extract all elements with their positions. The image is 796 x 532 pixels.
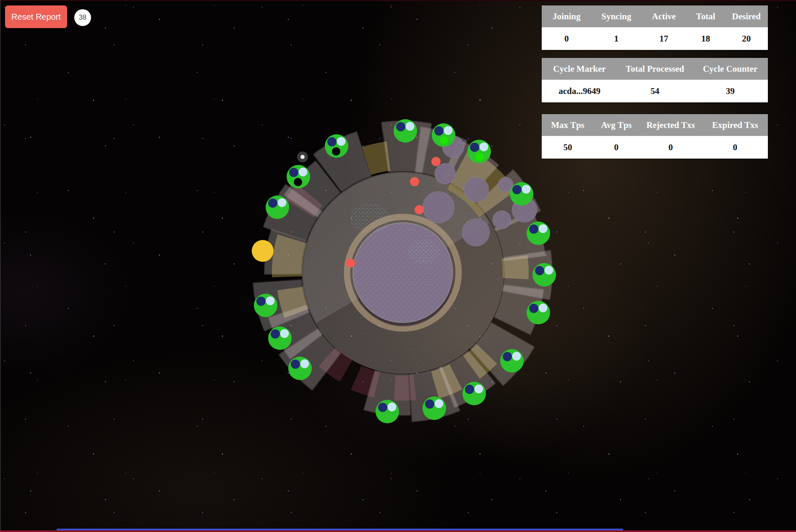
network-node-active[interactable]	[376, 400, 399, 423]
network-node-active[interactable]	[500, 349, 524, 373]
cycle-summary-table: Cycle MarkerTotal ProcessedCycle Counter…	[542, 58, 768, 102]
node-status-dot-lightblue	[435, 399, 444, 408]
node-status-dot-lightblue	[300, 360, 309, 368]
network-node-active[interactable]	[325, 134, 348, 158]
network-node-active[interactable]	[288, 357, 312, 380]
node-status-dot-navy	[470, 143, 479, 152]
node-status-dot-lightblue	[299, 168, 308, 177]
table-value-cell-nodes-summary-3: 18	[686, 34, 725, 44]
table-value-cell-tps-summary-3: 0	[702, 142, 768, 153]
node-status-dot-navy	[271, 329, 280, 339]
node-status-dot-green	[475, 153, 484, 161]
network-node-active[interactable]	[510, 182, 533, 206]
node-status-dot-lightblue	[388, 403, 397, 412]
speckle-texture	[423, 191, 454, 223]
notification-count-badge: 38	[74, 9, 91, 26]
transaction-dot	[431, 157, 441, 166]
node-status-dot-navy	[378, 403, 387, 412]
node-status-dot-green	[440, 136, 448, 145]
node-status-dot-lightblue	[475, 385, 483, 394]
table-header-cell-cycle-summary-2: Cycle Counter	[693, 64, 768, 74]
left-border	[0, 0, 1, 532]
node-status-dot-navy	[268, 198, 277, 208]
table-value-cell-tps-summary-1: 0	[594, 142, 639, 153]
node-status-dot-lightblue	[444, 126, 453, 135]
node-status-dot-lightblue	[522, 185, 531, 194]
node-status-dot-navy	[529, 224, 538, 234]
table-header-cell-cycle-summary-0: Cycle Marker	[542, 64, 617, 74]
node-status-dot-lightblue	[539, 304, 548, 313]
network-node-active[interactable]	[287, 165, 310, 188]
table-header-cell-nodes-summary-2: Active	[641, 11, 686, 22]
network-node-active[interactable]	[266, 196, 289, 219]
node-status-dot-navy	[503, 352, 512, 361]
sparkle-cluster	[408, 240, 440, 263]
nodes-summary-table: JoiningSyncingActiveTotalDesired01171820	[542, 5, 768, 50]
node-status-dot-navy	[425, 399, 434, 409]
network-node-active[interactable]	[532, 263, 556, 287]
table-header-cell-nodes-summary-0: Joining	[542, 11, 592, 22]
speckle-texture	[462, 219, 490, 246]
table-value-cell-nodes-summary-2: 17	[641, 34, 686, 44]
node-status-dot-lightblue	[480, 143, 488, 151]
node-status-dot-navy	[256, 297, 266, 306]
node-status-dot-navy	[434, 126, 444, 136]
transaction-dot	[346, 258, 355, 268]
node-status-dot-navy	[289, 168, 298, 177]
node-status-dot-lightblue	[337, 137, 346, 146]
table-value-cell-cycle-summary-0: acda...9649	[542, 86, 617, 96]
node-status-dot-lightblue	[539, 224, 548, 233]
table-header-cell-tps-summary-0: Max Tps	[542, 120, 594, 130]
bottom-border	[0, 530, 796, 532]
node-status-dot-lightblue	[406, 122, 415, 131]
network-node-active[interactable]	[462, 382, 486, 405]
node-status-dot-navy	[529, 304, 538, 313]
table-header-cell-nodes-summary-3: Total	[686, 11, 725, 22]
table-header-cell-nodes-summary-4: Desired	[725, 11, 768, 22]
node-status-dot-black	[332, 147, 340, 156]
table-header-cell-nodes-summary-1: Syncing	[592, 11, 642, 22]
top-border	[0, 0, 796, 1]
table-header-cell-cycle-summary-1: Total Processed	[617, 64, 692, 74]
node-status-dot-lightblue	[266, 297, 275, 305]
star-glare	[300, 155, 305, 159]
network-node-active[interactable]	[423, 396, 446, 420]
network-node-active[interactable]	[254, 294, 277, 317]
transaction-dot	[410, 177, 419, 186]
table-header-cell-tps-summary-2: Rejected Txs	[639, 120, 702, 130]
sparkle-cluster	[350, 203, 391, 233]
node-status-dot-lightblue	[280, 329, 289, 338]
speckle-texture	[493, 211, 511, 229]
node-status-dot-lightblue	[278, 198, 287, 207]
table-value-cell-tps-summary-2: 0	[639, 142, 702, 153]
network-node-syncing[interactable]	[252, 240, 274, 262]
node-status-dot-navy	[512, 185, 522, 194]
table-header-cell-tps-summary-1: Avg Tps	[594, 120, 639, 130]
table-value-cell-tps-summary-0: 50	[542, 142, 594, 153]
table-value-cell-nodes-summary-4: 20	[725, 34, 768, 44]
network-node-active[interactable]	[467, 140, 491, 163]
transaction-dot	[415, 205, 424, 214]
table-value-cell-cycle-summary-1: 54	[617, 86, 692, 96]
node-status-dot-navy	[535, 266, 544, 275]
node-status-dot-lightblue	[512, 352, 521, 361]
tps-summary-table: Max TpsAvg TpsRejected TxsExpired Txs500…	[542, 114, 768, 159]
network-node-active[interactable]	[432, 123, 455, 147]
network-node-active[interactable]	[394, 119, 417, 143]
node-status-dot-navy	[327, 137, 337, 146]
node-status-dot-lightblue	[545, 266, 553, 275]
speckle-texture	[435, 163, 456, 184]
network-node-active[interactable]	[268, 326, 292, 350]
node-status-dot-navy	[465, 385, 474, 394]
table-value-cell-cycle-summary-2: 39	[693, 86, 768, 96]
speckle-texture	[464, 177, 489, 202]
network-node-active[interactable]	[527, 301, 550, 324]
table-value-cell-nodes-summary-1: 1	[592, 34, 642, 44]
table-value-cell-nodes-summary-0: 0	[542, 34, 592, 44]
table-header-cell-tps-summary-3: Expired Txs	[702, 120, 768, 130]
speckle-texture	[353, 223, 453, 323]
node-status-dot-navy	[291, 360, 300, 369]
node-status-dot-black	[294, 178, 302, 186]
network-node-active[interactable]	[527, 222, 550, 245]
reset-report-button[interactable]: Reset Report	[5, 5, 67, 28]
